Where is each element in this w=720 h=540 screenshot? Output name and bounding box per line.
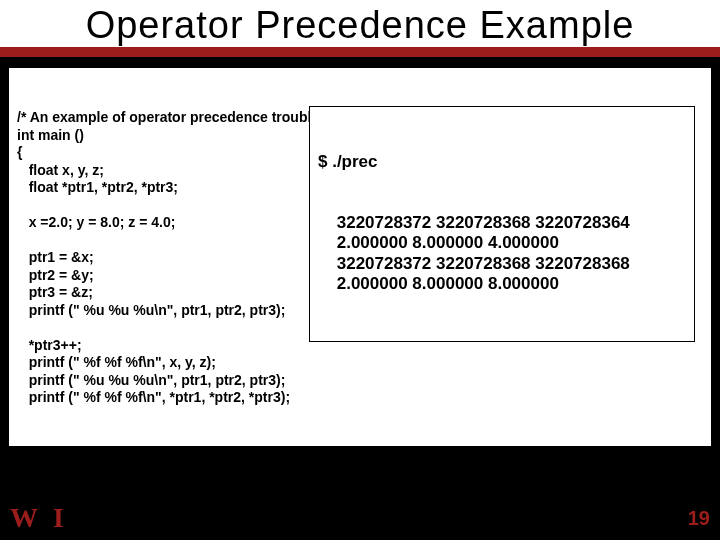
footer: WPI Systems ProgrammingPointers 19 [0,502,720,538]
footer-pointers: Pointers [439,510,495,526]
output-box: $ ./prec 3220728372 3220728368 322072836… [309,106,695,342]
footer-text: Systems ProgrammingPointers [63,510,678,526]
footer-systems: Systems Programming [246,510,399,526]
title-bar: Operator Precedence Example [0,0,720,57]
logo-letter-p: P [37,502,53,534]
logo-letter-i: I [53,502,63,534]
code-box: /* An example of operator precedence tro… [8,67,712,447]
page-number: 19 [678,507,710,530]
wpi-logo: WPI [10,502,63,534]
output-command: $ ./prec [318,152,686,172]
page-title: Operator Precedence Example [0,4,720,47]
output-lines: 3220728372 3220728368 3220728364 2.00000… [318,213,686,295]
logo-letter-w: W [10,502,37,534]
